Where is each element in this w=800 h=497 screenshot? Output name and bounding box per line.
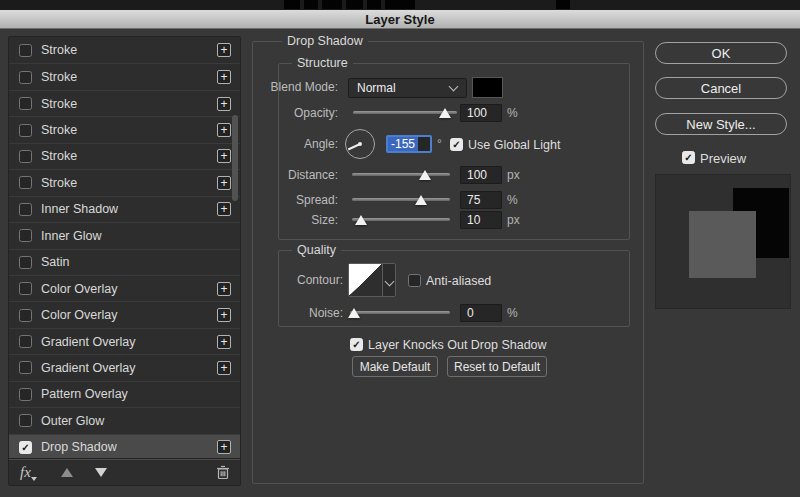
blend-mode-select[interactable]: Normal [348, 78, 467, 98]
opacity-slider[interactable] [353, 111, 457, 114]
style-enabled-checkbox[interactable] [19, 335, 32, 348]
style-enabled-checkbox[interactable] [19, 176, 32, 189]
style-enabled-checkbox[interactable] [19, 388, 32, 401]
ok-button[interactable]: OK [655, 42, 787, 64]
add-effect-icon[interactable] [217, 440, 231, 454]
spread-slider-thumb[interactable] [415, 195, 427, 205]
fx-menu-icon[interactable]: fx [20, 464, 31, 481]
angle-label: Angle: [262, 137, 338, 152]
make-default-button[interactable]: Make Default [352, 356, 438, 377]
style-row[interactable]: Gradient Overlay [9, 328, 240, 354]
noise-label: Noise: [262, 306, 343, 321]
preview-checkbox[interactable] [682, 151, 695, 164]
style-row[interactable]: Stroke [9, 63, 240, 89]
shadow-color-swatch[interactable] [472, 77, 503, 98]
spread-slider[interactable] [352, 198, 450, 201]
style-enabled-checkbox[interactable] [19, 229, 32, 242]
style-row[interactable]: Pattern Overlay [9, 381, 240, 407]
delete-effect-icon[interactable] [216, 465, 230, 480]
style-row[interactable]: Stroke [9, 116, 240, 142]
style-row[interactable]: Color Overlay [9, 275, 240, 301]
style-row[interactable]: Inner Shadow [9, 196, 240, 222]
style-row-label: Gradient Overlay [41, 361, 135, 375]
add-effect-icon[interactable] [217, 202, 231, 216]
style-enabled-checkbox[interactable] [19, 71, 32, 84]
distance-input[interactable]: 100 [460, 166, 502, 184]
cancel-button[interactable]: Cancel [655, 77, 787, 99]
add-effect-icon[interactable] [217, 70, 231, 84]
chevron-down-icon [449, 82, 459, 92]
opacity-label: Opacity: [262, 106, 338, 121]
style-row-label: Stroke [41, 70, 77, 84]
style-enabled-checkbox[interactable] [19, 124, 32, 137]
new-style-button[interactable]: New Style... [655, 113, 787, 135]
distance-slider-thumb[interactable] [419, 170, 431, 180]
distance-label: Distance: [262, 168, 338, 183]
spread-input[interactable]: 75 [460, 191, 502, 209]
angle-input[interactable]: -155 [386, 135, 432, 153]
add-effect-icon[interactable] [217, 282, 231, 296]
size-input[interactable]: 10 [460, 211, 502, 229]
style-row[interactable]: Stroke [9, 37, 240, 63]
opacity-input[interactable]: 100 [460, 104, 502, 122]
anti-aliased-checkbox[interactable] [408, 274, 421, 287]
style-row[interactable]: Stroke [9, 90, 240, 116]
style-enabled-checkbox[interactable] [19, 309, 32, 322]
style-row[interactable]: Drop Shadow [9, 434, 240, 460]
add-effect-icon[interactable] [217, 97, 231, 111]
background-artifact [367, 0, 381, 9]
add-effect-icon[interactable] [217, 308, 231, 322]
style-row-label: Stroke [41, 123, 77, 137]
use-global-light-checkbox[interactable] [450, 138, 463, 151]
style-enabled-checkbox[interactable] [19, 361, 32, 374]
opacity-slider-thumb[interactable] [439, 108, 451, 118]
angle-dial[interactable] [345, 129, 375, 159]
noise-slider-thumb[interactable] [348, 308, 360, 318]
style-row[interactable]: Stroke [9, 143, 240, 169]
layer-knockout-checkbox[interactable] [350, 338, 363, 351]
spread-label: Spread: [262, 193, 338, 208]
style-row[interactable]: Outer Glow [9, 407, 240, 433]
scrollbar-thumb[interactable] [232, 115, 238, 201]
preview-object-square [689, 211, 756, 278]
style-enabled-checkbox[interactable] [19, 441, 32, 454]
style-enabled-checkbox[interactable] [19, 282, 32, 295]
style-row-label: Outer Glow [41, 414, 104, 428]
style-row[interactable]: Gradient Overlay [9, 354, 240, 380]
size-slider-thumb[interactable] [355, 215, 367, 225]
contour-dropdown[interactable] [382, 264, 395, 296]
dialog-titlebar[interactable]: Layer Style [0, 10, 800, 29]
style-row-label: Color Overlay [41, 282, 117, 296]
add-effect-icon[interactable] [217, 149, 231, 163]
size-slider[interactable] [352, 218, 450, 221]
noise-slider[interactable] [350, 311, 450, 314]
noise-input[interactable]: 0 [460, 304, 502, 322]
style-row[interactable]: Stroke [9, 169, 240, 195]
add-effect-icon[interactable] [217, 43, 231, 57]
reset-default-button[interactable]: Reset to Default [447, 356, 547, 377]
style-row-label: Inner Glow [41, 229, 101, 243]
add-effect-icon[interactable] [217, 123, 231, 137]
style-enabled-checkbox[interactable] [19, 256, 32, 269]
style-enabled-checkbox[interactable] [19, 150, 32, 163]
move-down-icon[interactable] [95, 468, 107, 477]
add-effect-icon[interactable] [217, 176, 231, 190]
layer-knockout-label: Layer Knocks Out Drop Shadow [368, 338, 547, 352]
add-effect-icon[interactable] [217, 361, 231, 375]
style-row[interactable]: Satin [9, 249, 240, 275]
distance-slider[interactable] [352, 173, 450, 176]
style-row-label: Stroke [41, 176, 77, 190]
style-row[interactable]: Inner Glow [9, 222, 240, 248]
contour-thumbnail[interactable] [349, 264, 382, 296]
style-enabled-checkbox[interactable] [19, 414, 32, 427]
style-row-label: Stroke [41, 97, 77, 111]
contour-picker[interactable] [348, 263, 396, 297]
background-artifact [284, 0, 300, 9]
style-enabled-checkbox[interactable] [19, 97, 32, 110]
style-enabled-checkbox[interactable] [19, 44, 32, 57]
add-effect-icon[interactable] [217, 335, 231, 349]
move-up-icon[interactable] [61, 468, 73, 477]
background-artifact [304, 0, 318, 9]
style-row[interactable]: Color Overlay [9, 301, 240, 327]
style-enabled-checkbox[interactable] [19, 203, 32, 216]
